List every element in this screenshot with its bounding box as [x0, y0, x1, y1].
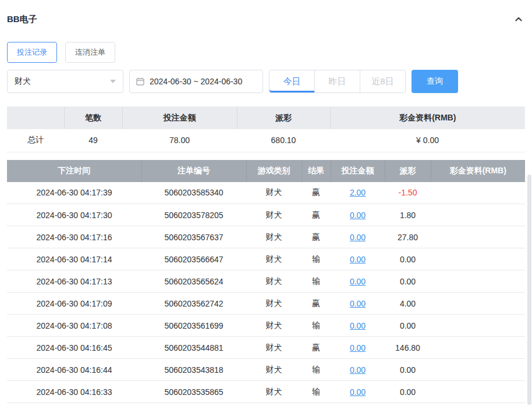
scrollbar-thumb[interactable] — [527, 174, 531, 405]
cell-order-id: 5060203578205 — [141, 204, 246, 226]
table-row: 2024-06-30 04:17:14 5060203566647 财犬 输 0… — [7, 248, 525, 270]
search-button[interactable]: 查询 — [412, 70, 458, 93]
cell-bet-time: 2024-06-30 04:16:33 — [7, 381, 141, 403]
cell-order-id: 5060203566647 — [141, 248, 246, 270]
cell-order-id: 5060203585340 — [141, 182, 246, 204]
cell-result: 赢 — [302, 337, 331, 359]
cell-order-id: 5060203565624 — [141, 270, 246, 293]
cell-bet-time: 2024-06-30 04:16:44 — [7, 359, 141, 381]
date-range-input[interactable]: 2024-06-30 ~ 2024-06-30 — [129, 70, 263, 93]
cell-bonus — [431, 204, 525, 226]
bet-table-body: 2024-06-30 04:17:39 5060203585340 财犬 赢 2… — [7, 182, 525, 406]
cell-bet-amount: 0.00 — [331, 359, 385, 381]
bet-amount-link[interactable]: 0.00 — [350, 233, 366, 242]
cell-result: 赢 — [302, 226, 331, 248]
cell-order-id: 5060203562742 — [141, 293, 246, 315]
cell-game-type: 财犬 — [246, 248, 302, 270]
cell-payout: 27.80 — [385, 226, 431, 248]
cell-order-id: 5060203567637 — [141, 226, 246, 248]
summary-header-bet-amount: 投注金额 — [122, 106, 237, 129]
summary-table: 笔数 投注金额 派彩 彩金资料(RMB) 总计 49 78.00 680.10 … — [7, 106, 525, 152]
cell-bonus — [431, 315, 525, 337]
cell-game-type: 财犬 — [246, 270, 302, 293]
quick-filter-last8days[interactable]: 近8日 — [360, 70, 406, 93]
cell-bet-time: 2024-06-30 04:17:09 — [7, 293, 141, 315]
game-select[interactable]: 财犬 — [7, 70, 123, 93]
cell-payout: 1.80 — [385, 204, 431, 226]
cell-game-type: 财犬 — [246, 293, 302, 315]
cell-payout: 0.00 — [385, 315, 431, 337]
calendar-icon — [136, 77, 145, 86]
quick-filter-today[interactable]: 今日 — [269, 70, 315, 93]
header-order-id: 注单编号 — [141, 160, 246, 182]
bet-amount-link[interactable]: 0.00 — [350, 343, 366, 352]
cell-bonus — [431, 270, 525, 293]
cell-payout: 0.00 — [385, 359, 431, 381]
table-row: 2024-06-30 04:16:44 5060203543818 财犬 输 0… — [7, 359, 525, 381]
cell-game-type: 财犬 — [246, 204, 302, 226]
cell-payout: 0.00 — [385, 248, 431, 270]
bet-amount-link[interactable]: 0.00 — [350, 277, 366, 286]
cell-bonus — [431, 226, 525, 248]
bet-records-panel: BB电子 投注记录 连消注单 财犬 2024-06-30 ~ 2024-06-3… — [0, 0, 532, 406]
cell-bet-amount: 0.00 — [331, 403, 385, 406]
cell-game-type: 财犬 — [246, 337, 302, 359]
bet-amount-link[interactable]: 0.00 — [350, 211, 366, 220]
page-title: BB电子 — [7, 14, 37, 25]
bet-amount-link[interactable]: 0.00 — [350, 387, 366, 397]
cell-bet-time: 2024-06-30 04:17:14 — [7, 248, 141, 270]
cell-result: 赢 — [302, 182, 331, 204]
summary-header-count: 笔数 — [64, 106, 122, 129]
cell-bet-time: 2024-06-30 04:17:30 — [7, 204, 141, 226]
cell-bet-time: 2024-06-30 04:17:13 — [7, 270, 141, 293]
summary-header-empty — [7, 106, 64, 129]
bet-amount-link[interactable]: 0.00 — [350, 321, 366, 330]
cell-bet-time: 2024-06-30 04:15:56 — [7, 403, 141, 406]
cell-bet-amount: 0.00 — [331, 226, 385, 248]
bet-amount-link[interactable]: 2.00 — [350, 188, 366, 197]
cell-result: 输 — [302, 270, 331, 293]
header-game-type: 游戏类别 — [246, 160, 302, 182]
cell-game-type: 财犬 — [246, 226, 302, 248]
summary-total-label: 总计 — [7, 129, 64, 152]
table-row: 2024-06-30 04:17:09 5060203562742 财犬 赢 0… — [7, 293, 525, 315]
cell-bet-amount: 0.00 — [331, 381, 385, 403]
cell-result: 输 — [302, 248, 331, 270]
filter-row: 财犬 2024-06-30 ~ 2024-06-30 今日 昨日 近8日 查询 — [7, 70, 525, 93]
summary-header-row: 笔数 投注金额 派彩 彩金资料(RMB) — [7, 106, 525, 129]
quick-filter-yesterday[interactable]: 昨日 — [314, 70, 360, 93]
cell-game-type: 财犬 — [246, 403, 302, 406]
cell-payout: -1.50 — [385, 182, 431, 204]
cell-bonus — [431, 359, 525, 381]
table-row: 2024-06-30 04:16:45 5060203544881 财犬 赢 0… — [7, 337, 525, 359]
table-row: 2024-06-30 04:17:39 5060203585340 财犬 赢 2… — [7, 182, 525, 204]
bet-table: 下注时间 注单编号 游戏类别 结果 投注金额 派彩 彩金资料(RMB) 2024… — [7, 160, 525, 406]
cell-result: 输 — [302, 381, 331, 403]
cell-game-type: 财犬 — [246, 315, 302, 337]
cell-payout: 4.00 — [385, 293, 431, 315]
cell-order-id: 5060203543818 — [141, 359, 246, 381]
cell-bet-amount: 0.00 — [331, 315, 385, 337]
cell-bet-time: 2024-06-30 04:17:08 — [7, 315, 141, 337]
bet-amount-link[interactable]: 0.00 — [350, 365, 366, 375]
bet-amount-link[interactable]: 0.00 — [350, 299, 366, 308]
cell-payout: 0.00 — [385, 270, 431, 293]
cell-payout: 146.80 — [385, 337, 431, 359]
summary-total-bonus: ¥ 0.00 — [330, 129, 525, 152]
tab-combo-orders[interactable]: 连消注单 — [65, 42, 115, 63]
table-row: 2024-06-30 04:17:13 5060203565624 财犬 输 0… — [7, 270, 525, 293]
cell-game-type: 财犬 — [246, 381, 302, 403]
quick-filter-group: 今日 昨日 近8日 — [269, 70, 406, 93]
cell-bonus — [431, 337, 525, 359]
game-select-value: 财犬 — [15, 76, 31, 87]
cell-bonus — [431, 293, 525, 315]
collapse-chevron-up-icon[interactable] — [512, 13, 525, 26]
cell-bonus — [431, 381, 525, 403]
cell-bet-time: 2024-06-30 04:16:45 — [7, 337, 141, 359]
cell-bonus — [431, 182, 525, 204]
bet-amount-link[interactable]: 0.00 — [350, 255, 366, 264]
cell-bet-time: 2024-06-30 04:17:16 — [7, 226, 141, 248]
cell-order-id: 5060203561699 — [141, 315, 246, 337]
tab-bet-records[interactable]: 投注记录 — [7, 42, 57, 63]
header-result: 结果 — [302, 160, 331, 182]
